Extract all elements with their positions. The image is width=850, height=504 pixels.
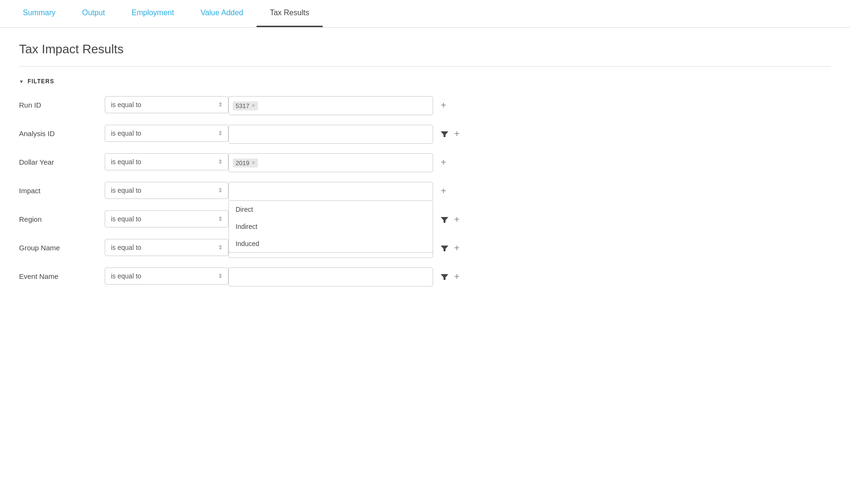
svg-marker-0 bbox=[441, 131, 448, 137]
filters-header[interactable]: ▼ FILTERS bbox=[19, 78, 831, 85]
filter-actions-region: + bbox=[433, 210, 460, 225]
dropdown-menu-impact: DirectIndirectInduced bbox=[228, 201, 433, 253]
filter-actions-group-name: + bbox=[433, 239, 460, 254]
tag-container-dollar-year[interactable]: 2019× bbox=[228, 153, 433, 172]
filter-operator-run-id[interactable]: is equal tois not equal tocontainsdoes n… bbox=[105, 96, 228, 113]
filter-label-group-name: Group Name bbox=[19, 239, 105, 252]
filter-label-run-id: Run ID bbox=[19, 96, 105, 109]
filter-actions-event-name: + bbox=[433, 267, 460, 282]
page-content: Tax Impact Results ▼ FILTERS Run IDis eq… bbox=[0, 28, 850, 310]
filter-tag-dollar-year: 2019× bbox=[233, 158, 258, 168]
dropdown-container-impact: DirectIndirectInduced bbox=[228, 182, 433, 201]
filter-row-event-name: Event Nameis equal tois not equal tocont… bbox=[19, 267, 831, 287]
filter-operator-region[interactable]: is equal tois not equal tocontainsdoes n… bbox=[105, 210, 228, 227]
filter-select-wrap-analysis-id: is equal tois not equal tocontainsdoes n… bbox=[105, 125, 228, 142]
filter-select-wrap-region: is equal tois not equal tocontainsdoes n… bbox=[105, 210, 228, 227]
filter-label-dollar-year: Dollar Year bbox=[19, 153, 105, 166]
tab-bar: SummaryOutputEmploymentValue AddedTax Re… bbox=[0, 0, 850, 28]
filter-operator-impact[interactable]: is equal tois not equal tocontainsdoes n… bbox=[105, 182, 228, 199]
add-filter-dollar-year[interactable]: + bbox=[441, 157, 446, 168]
filter-operator-group-name[interactable]: is equal tois not equal tocontainsdoes n… bbox=[105, 239, 228, 256]
tab-employment[interactable]: Employment bbox=[118, 0, 187, 27]
tag-container-run-id[interactable]: 5317× bbox=[228, 96, 433, 115]
filter-input-event-name[interactable] bbox=[228, 267, 433, 287]
dropdown-item-direct[interactable]: Direct bbox=[229, 201, 433, 218]
filter-label-region: Region bbox=[19, 210, 105, 223]
filter-icon-event-name[interactable] bbox=[441, 273, 448, 281]
section-divider bbox=[19, 66, 831, 67]
add-filter-event-name[interactable]: + bbox=[454, 271, 460, 282]
filter-actions-analysis-id: + bbox=[433, 125, 460, 139]
filter-select-wrap-dollar-year: is equal tois not equal tocontainsdoes n… bbox=[105, 153, 228, 170]
filter-input-wrap-analysis-id bbox=[228, 125, 433, 144]
filter-icon-analysis-id[interactable] bbox=[441, 130, 448, 138]
filters-collapse-arrow: ▼ bbox=[19, 79, 24, 84]
filter-operator-event-name[interactable]: is equal tois not equal tocontainsdoes n… bbox=[105, 267, 228, 285]
tab-output[interactable]: Output bbox=[69, 0, 118, 27]
svg-marker-3 bbox=[441, 274, 448, 280]
filter-select-wrap-group-name: is equal tois not equal tocontainsdoes n… bbox=[105, 239, 228, 256]
filter-row-run-id: Run IDis equal tois not equal tocontains… bbox=[19, 96, 831, 115]
filter-row-impact: Impactis equal tois not equal tocontains… bbox=[19, 182, 831, 201]
filter-input-wrap-event-name bbox=[228, 267, 433, 287]
filter-operator-analysis-id[interactable]: is equal tois not equal tocontainsdoes n… bbox=[105, 125, 228, 142]
add-filter-group-name[interactable]: + bbox=[454, 243, 460, 254]
filter-input-wrap-impact: DirectIndirectInduced bbox=[228, 182, 433, 201]
filter-tag-run-id: 5317× bbox=[233, 101, 258, 110]
filter-tag-text-dollar-year: 2019 bbox=[236, 159, 249, 167]
filter-icon-group-name[interactable] bbox=[441, 245, 448, 252]
add-filter-analysis-id[interactable]: + bbox=[454, 128, 460, 139]
filter-label-analysis-id: Analysis ID bbox=[19, 125, 105, 138]
dropdown-item-induced[interactable]: Induced bbox=[229, 235, 433, 252]
svg-marker-2 bbox=[441, 246, 448, 251]
page-title: Tax Impact Results bbox=[19, 42, 831, 57]
filter-tag-close-run-id[interactable]: × bbox=[252, 103, 255, 109]
tab-value-added[interactable]: Value Added bbox=[187, 0, 257, 27]
filter-row-dollar-year: Dollar Yearis equal tois not equal tocon… bbox=[19, 153, 831, 172]
filter-select-wrap-impact: is equal tois not equal tocontainsdoes n… bbox=[105, 182, 228, 199]
tag-container-impact[interactable] bbox=[228, 182, 433, 201]
add-filter-impact[interactable]: + bbox=[441, 186, 446, 197]
filter-row-analysis-id: Analysis IDis equal tois not equal tocon… bbox=[19, 125, 831, 144]
filter-actions-impact: + bbox=[433, 182, 446, 197]
filter-rows: Run IDis equal tois not equal tocontains… bbox=[19, 96, 831, 287]
filter-icon-region[interactable] bbox=[441, 216, 448, 224]
filter-operator-dollar-year[interactable]: is equal tois not equal tocontainsdoes n… bbox=[105, 153, 228, 170]
add-filter-region[interactable]: + bbox=[454, 214, 460, 225]
svg-marker-1 bbox=[441, 217, 448, 223]
filter-tag-close-dollar-year[interactable]: × bbox=[252, 160, 255, 166]
tab-summary[interactable]: Summary bbox=[10, 0, 69, 27]
filter-tag-text-run-id: 5317 bbox=[236, 102, 249, 109]
filter-actions-run-id: + bbox=[433, 96, 446, 111]
filter-label-impact: Impact bbox=[19, 182, 105, 195]
filters-label: FILTERS bbox=[28, 78, 54, 85]
filter-input-wrap-run-id: 5317× bbox=[228, 96, 433, 115]
filter-input-analysis-id[interactable] bbox=[228, 125, 433, 144]
filter-input-wrap-dollar-year: 2019× bbox=[228, 153, 433, 172]
tab-tax-results[interactable]: Tax Results bbox=[257, 0, 323, 27]
filter-label-event-name: Event Name bbox=[19, 267, 105, 280]
filter-select-wrap-run-id: is equal tois not equal tocontainsdoes n… bbox=[105, 96, 228, 113]
filter-actions-dollar-year: + bbox=[433, 153, 446, 168]
dropdown-item-indirect[interactable]: Indirect bbox=[229, 218, 433, 235]
add-filter-run-id[interactable]: + bbox=[441, 100, 446, 111]
filter-select-wrap-event-name: is equal tois not equal tocontainsdoes n… bbox=[105, 267, 228, 285]
